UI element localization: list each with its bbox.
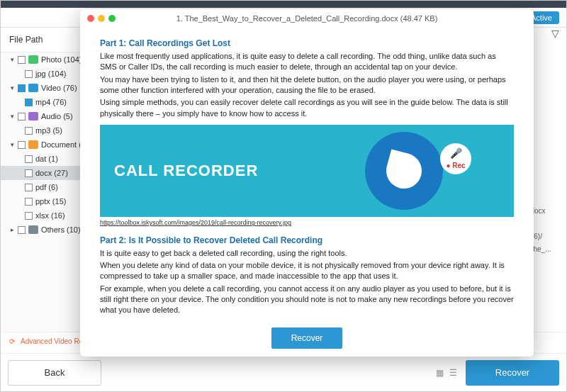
chevron-down-icon: ▾ <box>9 141 15 148</box>
close-icon[interactable] <box>87 15 94 22</box>
tree-label: mp4 (76) <box>35 98 67 106</box>
tree-label: Others (10) <box>41 225 81 234</box>
paragraph: For example, when you delete a call reco… <box>100 284 514 316</box>
phone-icon <box>382 150 425 193</box>
checkbox[interactable] <box>25 155 33 163</box>
video-icon <box>28 84 38 92</box>
filter-icon[interactable]: ▽ <box>551 28 559 39</box>
modal-body[interactable]: Part 1: Call Recordings Get Lost Like mo… <box>80 28 534 320</box>
tree-label: pptx (15) <box>35 197 66 206</box>
tree-label: Video (76) <box>41 84 77 92</box>
modal-title: 1. The_Best_Way_to_Recover_a_Deleted_Cal… <box>176 14 438 23</box>
maximize-icon[interactable] <box>108 15 116 22</box>
checkbox[interactable] <box>18 113 26 121</box>
tree-label: pdf (6) <box>35 183 58 191</box>
paragraph: When you delete any kind of data on your… <box>100 260 514 282</box>
tree-label: jpg (104) <box>35 69 66 78</box>
document-icon <box>28 140 38 149</box>
recover-button[interactable]: Recover <box>466 360 559 386</box>
heading-part1: Part 1: Call Recordings Get Lost <box>100 38 514 50</box>
view-toggle[interactable]: ▦☰ <box>436 368 457 378</box>
modal-titlebar: 1. The_Best_Way_to_Recover_a_Deleted_Cal… <box>80 9 534 28</box>
minimize-icon[interactable] <box>98 15 105 22</box>
window-titlebar <box>1 1 566 8</box>
warning-icon: ⟳ <box>9 337 15 345</box>
rec-label: ● Rec <box>446 161 465 171</box>
checkbox[interactable] <box>18 56 26 64</box>
traffic-lights <box>87 15 116 22</box>
tree-label: docx (27) <box>35 169 68 177</box>
checkbox[interactable] <box>25 169 33 177</box>
checkbox[interactable] <box>25 198 33 206</box>
chevron-down-icon: ▾ <box>9 56 15 63</box>
back-button[interactable]: Back <box>8 360 101 386</box>
checkbox[interactable] <box>25 127 33 135</box>
audio-icon <box>28 112 38 121</box>
advanced-video-link[interactable]: Advanced Video Re <box>21 337 83 345</box>
list-view-icon[interactable]: ☰ <box>449 368 457 378</box>
grid-view-icon[interactable]: ▦ <box>436 368 444 378</box>
hero-text: CALL RECORDER <box>114 160 258 182</box>
paragraph: It is quite easy to get back a deleted c… <box>100 248 514 259</box>
checkbox[interactable] <box>25 212 33 220</box>
paragraph: You may have been trying to listen to it… <box>100 74 514 96</box>
chevron-down-icon: ▾ <box>9 113 15 120</box>
tree-label: Document ( <box>41 140 82 149</box>
paragraph: Using simple methods, you can easily rec… <box>100 97 514 119</box>
others-icon <box>28 225 38 234</box>
tree-label: Audio (5) <box>41 112 73 121</box>
image-caption: https://toolbox.iskysoft.com/images/2019… <box>100 218 514 228</box>
checkbox[interactable] <box>25 184 33 191</box>
checkbox[interactable] <box>18 141 26 149</box>
tree-label: Photo (104) <box>41 55 82 64</box>
checkbox[interactable] <box>18 226 26 234</box>
chevron-down-icon: ▾ <box>9 84 15 91</box>
checkbox[interactable] <box>25 99 33 106</box>
preview-modal: 1. The_Best_Way_to_Recover_a_Deleted_Cal… <box>80 9 534 357</box>
checkbox[interactable] <box>18 84 26 92</box>
phone-circle-icon <box>365 132 443 210</box>
modal-footer: Recover <box>80 320 534 357</box>
tree-label: mp3 (5) <box>35 126 62 135</box>
mic-icon: 🎤 <box>450 147 462 161</box>
paragraph: Like most frequently used applications, … <box>100 51 514 73</box>
modal-recover-button[interactable]: Recover <box>271 327 342 349</box>
checkbox[interactable] <box>25 70 33 78</box>
hero-image: CALL RECORDER 🎤● Rec <box>100 125 514 217</box>
photo-icon <box>28 55 38 64</box>
tree-label: dat (1) <box>35 155 58 163</box>
bottom-bar: Back ▦☰ Recover <box>1 353 566 391</box>
rec-badge: 🎤● Rec <box>440 143 471 174</box>
tree-label: xlsx (16) <box>35 211 65 220</box>
chevron-right-icon: ▸ <box>9 226 15 233</box>
heading-part2: Part 2: Is It Possible to Recover Delete… <box>100 235 514 247</box>
